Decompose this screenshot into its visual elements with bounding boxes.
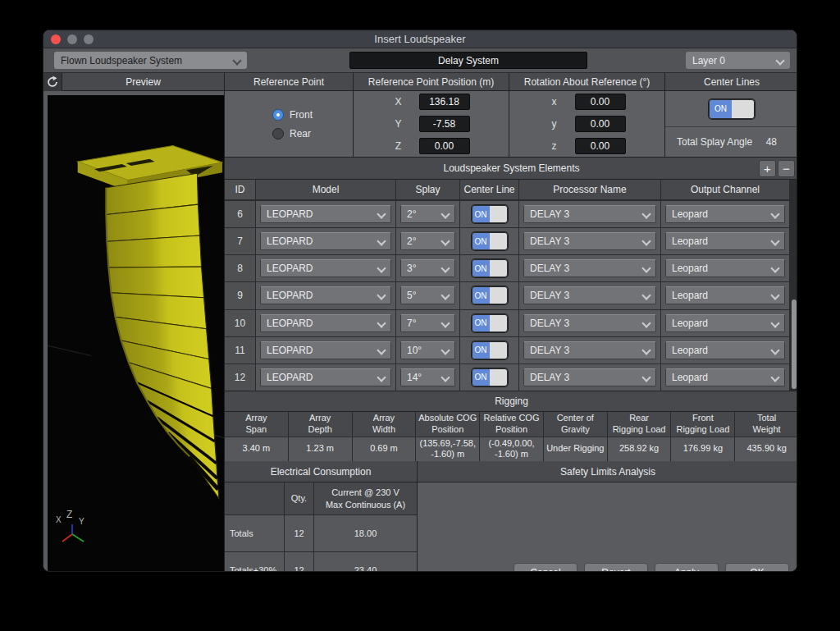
add-element-button[interactable]: + [759,160,776,177]
reference-rear-radio[interactable]: Rear [272,128,311,139]
model-dropdown[interactable]: LEOPARD [260,205,391,223]
reference-position-header: Reference Point Position (m) [354,73,509,91]
position-x-label: X [393,96,404,107]
position-z-label: Z [393,140,404,152]
splay-dropdown[interactable]: 5° [400,286,455,304]
splay-dropdown[interactable]: 3° [400,259,455,277]
output-channel-dropdown[interactable]: Leopard [665,259,785,277]
processor-dropdown[interactable]: DELAY 3 [523,368,656,386]
center-lines-header: Center Lines [665,73,797,91]
splay-value: 14° [407,372,422,383]
remove-element-button[interactable]: − [778,160,795,177]
rotation-x-input[interactable]: 0.00 [575,94,626,110]
output-channel-dropdown[interactable]: Leopard [665,314,785,332]
chevron-down-icon [378,320,385,327]
array-depth-value: 1.23 m [289,437,352,462]
totals-label: Totals [225,515,284,551]
position-y-input[interactable]: -7.58 [419,116,470,132]
totals-current: 18.00 [314,515,417,551]
output-channel-dropdown[interactable]: Leopard [665,341,785,359]
zoom-window-icon[interactable] [84,34,94,44]
toggle-on-label: ON [472,342,490,359]
col-centerline-header: Center Line [460,180,518,199]
chevron-down-icon [442,374,449,381]
processor-dropdown[interactable]: DELAY 3 [523,286,656,304]
toggle-knob [490,287,507,304]
ok-button[interactable]: OK [725,563,789,572]
loudspeaker-array-render [48,95,224,572]
splay-dropdown[interactable]: 10° [400,341,455,359]
processor-dropdown[interactable]: DELAY 3 [523,314,656,332]
toggle-on-label: ON [472,315,490,332]
col-splay-header: Splay [396,180,459,199]
minimize-window-icon[interactable] [67,34,77,44]
centerline-toggle[interactable]: ON [472,259,508,277]
rotation-z-input[interactable]: 0.00 [575,138,626,154]
reset-view-button[interactable] [43,73,62,91]
output-value: Leopard [672,208,708,220]
table-scrollbar[interactable] [790,201,797,391]
system-type-label: Flown Loudspeaker System [61,55,182,66]
output-channel-dropdown[interactable]: Leopard [665,368,785,386]
rotation-y-input[interactable]: 0.00 [575,116,626,132]
splay-value: 2° [407,208,416,220]
splay-dropdown[interactable]: 7° [400,314,455,332]
processor-dropdown[interactable]: DELAY 3 [523,341,656,359]
model-dropdown[interactable]: LEOPARD [260,368,391,386]
front-rigging-load-value: 176.99 kg [671,437,734,462]
splay-dropdown[interactable]: 2° [400,205,455,223]
centerline-toggle[interactable]: ON [472,232,508,250]
safety-limits-panel: Cancel Revert Apply OK [418,482,797,572]
model-dropdown[interactable]: LEOPARD [260,314,391,332]
model-dropdown[interactable]: LEOPARD [260,341,391,359]
rigging-col-header: Front Rigging Load [671,412,734,437]
model-value: LEOPARD [267,290,313,301]
chevron-down-icon [442,265,449,272]
system-type-dropdown[interactable]: Flown Loudspeaker System [54,52,247,69]
model-dropdown[interactable]: LEOPARD [260,259,391,277]
rotation-header: Rotation About Reference (°) [509,73,664,91]
model-dropdown[interactable]: LEOPARD [260,286,391,304]
rigging-col-header: Absolute COG Position [416,412,479,437]
table-row: 12 LEOPARD 14° ON DELAY 3 Leopard [225,364,797,391]
center-lines-toggle[interactable]: ON [709,99,755,119]
col-id-header: ID [225,180,255,199]
close-window-icon[interactable] [51,34,61,44]
processor-dropdown[interactable]: DELAY 3 [523,232,656,250]
row-id: 7 [225,228,255,254]
scrollbar-thumb[interactable] [792,299,797,389]
centerline-toggle[interactable]: ON [472,205,508,223]
revert-button[interactable]: Revert [584,563,648,572]
splay-dropdown[interactable]: 2° [400,232,455,250]
system-name-input[interactable]: Delay System [349,52,587,69]
output-channel-dropdown[interactable]: Leopard [665,232,785,250]
centerline-toggle[interactable]: ON [472,341,508,359]
chevron-down-icon [643,347,650,354]
col-output-header: Output Channel [661,180,789,199]
splay-dropdown[interactable]: 14° [400,368,455,386]
chevron-down-icon [772,265,778,272]
chevron-down-icon [378,265,385,272]
output-channel-dropdown[interactable]: Leopard [665,205,785,223]
reference-front-radio[interactable]: Front [272,109,313,121]
processor-dropdown[interactable]: DELAY 3 [523,259,656,277]
preview-3d-viewport[interactable]: X Z Y [48,95,224,572]
layer-dropdown[interactable]: Layer 0 [686,52,790,69]
apply-button[interactable]: Apply [655,563,719,572]
centerline-toggle[interactable]: ON [472,286,508,304]
chevron-down-icon [442,347,449,354]
safety-section-header: Safety Limits Analysis [418,461,797,482]
position-x-input[interactable]: 136.18 [419,94,470,110]
rigging-col-header: Array Span [225,412,288,437]
elements-table-header: ID Model Splay Center Line Processor Nam… [225,180,797,201]
cancel-button[interactable]: Cancel [514,563,578,572]
model-dropdown[interactable]: LEOPARD [260,232,391,250]
output-channel-dropdown[interactable]: Leopard [665,286,785,304]
processor-dropdown[interactable]: DELAY 3 [523,205,656,223]
centerline-toggle[interactable]: ON [472,368,508,386]
centerline-toggle[interactable]: ON [472,314,508,332]
row-id: 9 [225,282,255,309]
position-z-input[interactable]: 0.00 [419,138,470,154]
refresh-icon [46,75,59,89]
rotation-z-label: z [549,140,560,152]
